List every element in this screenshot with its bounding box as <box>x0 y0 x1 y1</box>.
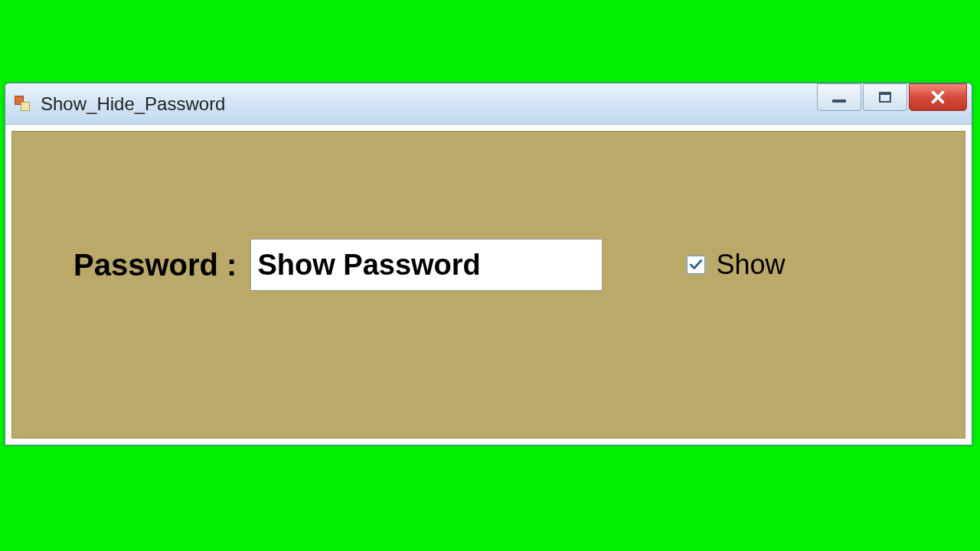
password-input[interactable] <box>250 239 603 291</box>
app-icon <box>15 96 31 112</box>
client-area: Password : Show <box>11 131 965 439</box>
titlebar[interactable]: Show_Hide_Password <box>5 83 972 125</box>
password-label: Password : <box>74 248 237 282</box>
password-row: Password : Show <box>74 239 785 291</box>
maximize-icon <box>879 92 891 103</box>
window-controls <box>817 83 969 114</box>
window-title: Show_Hide_Password <box>41 93 225 115</box>
show-password-checkbox[interactable] <box>687 256 705 274</box>
show-password-label: Show <box>716 249 785 281</box>
maximize-button[interactable] <box>863 83 907 111</box>
application-window: Show_Hide_Password Password : <box>5 83 972 445</box>
close-icon <box>929 89 946 106</box>
minimize-icon <box>832 99 846 103</box>
check-icon <box>689 258 703 272</box>
show-password-group: Show <box>687 249 785 281</box>
minimize-button[interactable] <box>817 83 861 111</box>
close-button[interactable] <box>909 83 967 111</box>
